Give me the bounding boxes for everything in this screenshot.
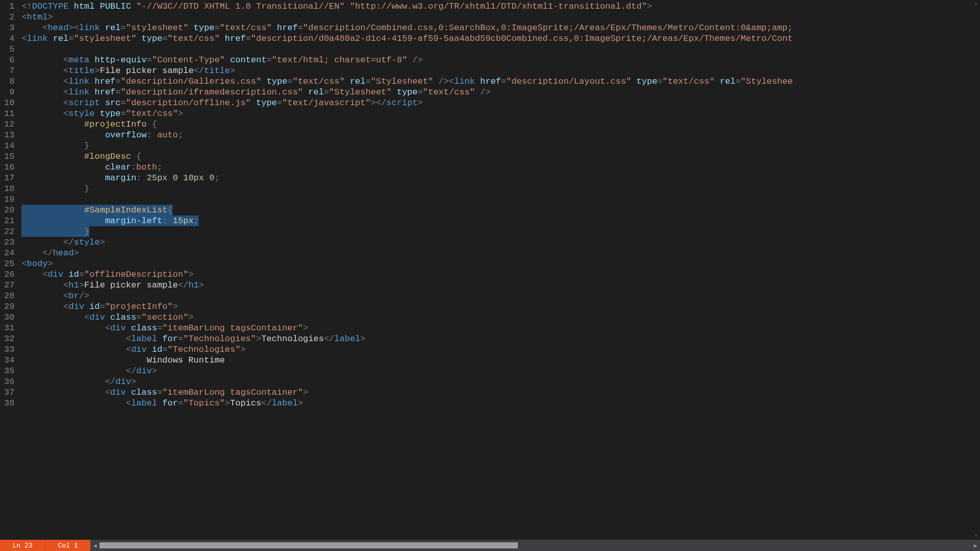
- code-line[interactable]: <style type="text/css">: [21, 108, 980, 119]
- line-number: 3: [4, 22, 14, 33]
- scroll-up-icon[interactable]: ▲: [972, 0, 980, 8]
- code-line[interactable]: #SampleIndexList{: [21, 205, 980, 215]
- code-line[interactable]: [21, 44, 980, 55]
- code-line[interactable]: <h1>File picker sample</h1>: [21, 280, 980, 291]
- line-number: 28: [4, 291, 14, 301]
- line-number: 37: [4, 387, 14, 398]
- hscroll-track[interactable]: [100, 542, 971, 549]
- code-line[interactable]: #projectInfo {: [21, 119, 980, 130]
- code-line[interactable]: <div id="projectInfo">: [21, 301, 980, 312]
- line-number: 36: [4, 376, 14, 387]
- line-number: 15: [4, 151, 14, 162]
- code-line[interactable]: <head><link rel="stylesheet" type="text/…: [21, 22, 980, 33]
- code-area[interactable]: <!DOCTYPE html PUBLIC "-//W3C//DTD XHTML…: [21, 0, 980, 540]
- code-line[interactable]: <link href="description/iframedescriptio…: [21, 87, 980, 98]
- line-number: 2: [4, 12, 14, 22]
- code-line[interactable]: <br/>: [21, 291, 980, 301]
- code-line[interactable]: margin-left: 15px;: [21, 215, 980, 226]
- line-number: 30: [4, 312, 14, 323]
- code-line[interactable]: <label for="Technologies">Technologies</…: [21, 333, 980, 344]
- code-line[interactable]: <div class="section">: [21, 312, 980, 323]
- line-number: 6: [4, 55, 14, 65]
- line-number: 20: [4, 205, 14, 215]
- status-bar: Ln 23 Col 1 ◀ ▶: [0, 540, 980, 551]
- code-line[interactable]: <link href="description/Galleries.css" t…: [21, 76, 980, 87]
- code-line[interactable]: <div id="Technologies">: [21, 344, 980, 355]
- vertical-scrollbar[interactable]: ▲ ▼: [972, 0, 980, 540]
- line-number: 12: [4, 119, 14, 130]
- line-number: 10: [4, 98, 14, 108]
- code-line[interactable]: #longDesc {: [21, 151, 980, 162]
- code-line[interactable]: <html>: [21, 12, 980, 22]
- scroll-left-icon[interactable]: ◀: [90, 542, 100, 549]
- line-number: 31: [4, 323, 14, 333]
- line-number: 32: [4, 333, 14, 344]
- code-line[interactable]: <div id="offlineDescription">: [21, 269, 980, 280]
- line-number: 34: [4, 355, 14, 366]
- line-number: 33: [4, 344, 14, 355]
- line-number: 23: [4, 237, 14, 248]
- line-number: 4: [4, 33, 14, 44]
- line-number: 35: [4, 366, 14, 376]
- scroll-right-icon[interactable]: ▶: [971, 542, 980, 549]
- code-line[interactable]: [21, 194, 980, 205]
- code-line[interactable]: <label for="Topics">Topics</label>: [21, 398, 980, 409]
- status-line[interactable]: Ln 23: [0, 540, 45, 551]
- line-number: 24: [4, 248, 14, 258]
- code-line[interactable]: </div>: [21, 376, 980, 387]
- code-line[interactable]: <!DOCTYPE html PUBLIC "-//W3C//DTD XHTML…: [21, 1, 980, 12]
- code-line[interactable]: }: [21, 140, 980, 151]
- code-line[interactable]: <meta http-equiv="Content-Type" content=…: [21, 55, 980, 65]
- line-number: 9: [4, 87, 14, 98]
- line-number: 19: [4, 194, 14, 205]
- code-line[interactable]: <div class="itemBarLong tagsContainer">: [21, 323, 980, 333]
- line-number: 27: [4, 280, 14, 291]
- code-editor[interactable]: 1234567891011121314151617181920212223242…: [0, 0, 980, 540]
- code-line[interactable]: }: [21, 226, 980, 237]
- line-number: 5: [4, 44, 14, 55]
- horizontal-scrollbar[interactable]: ◀ ▶: [90, 540, 980, 551]
- code-line[interactable]: }: [21, 183, 980, 194]
- line-number: 1: [4, 1, 14, 12]
- line-number: 22: [4, 226, 14, 237]
- code-line[interactable]: clear:both;: [21, 162, 980, 173]
- line-number: 8: [4, 76, 14, 87]
- code-line[interactable]: <link rel="stylesheet" type="text/css" h…: [21, 33, 980, 44]
- status-column[interactable]: Col 1: [45, 540, 90, 551]
- line-number: 29: [4, 301, 14, 312]
- code-line[interactable]: margin: 25px 0 10px 0;: [21, 173, 980, 183]
- line-number: 13: [4, 130, 14, 140]
- line-number: 16: [4, 162, 14, 173]
- line-number: 18: [4, 183, 14, 194]
- code-line[interactable]: </div>: [21, 366, 980, 376]
- line-number: 7: [4, 65, 14, 76]
- line-number-gutter: 1234567891011121314151617181920212223242…: [0, 0, 21, 540]
- code-line[interactable]: <title>File picker sample</title>: [21, 65, 980, 76]
- line-number: 11: [4, 108, 14, 119]
- line-number: 26: [4, 269, 14, 280]
- hscroll-thumb[interactable]: [100, 542, 518, 548]
- line-number: 21: [4, 215, 14, 226]
- code-line[interactable]: </head>: [21, 248, 980, 258]
- scroll-down-icon[interactable]: ▼: [972, 532, 980, 540]
- code-line[interactable]: overflow: auto;: [21, 130, 980, 140]
- code-line[interactable]: <div class="itemBarLong tagsContainer">: [21, 387, 980, 398]
- code-line[interactable]: Windows Runtime: [21, 355, 980, 366]
- code-line[interactable]: <script src="description/offline.js" typ…: [21, 98, 980, 108]
- code-line[interactable]: </style>: [21, 237, 980, 248]
- line-number: 17: [4, 173, 14, 183]
- line-number: 14: [4, 140, 14, 151]
- line-number: 38: [4, 398, 14, 409]
- code-line[interactable]: <body>: [21, 258, 980, 269]
- line-number: 25: [4, 258, 14, 269]
